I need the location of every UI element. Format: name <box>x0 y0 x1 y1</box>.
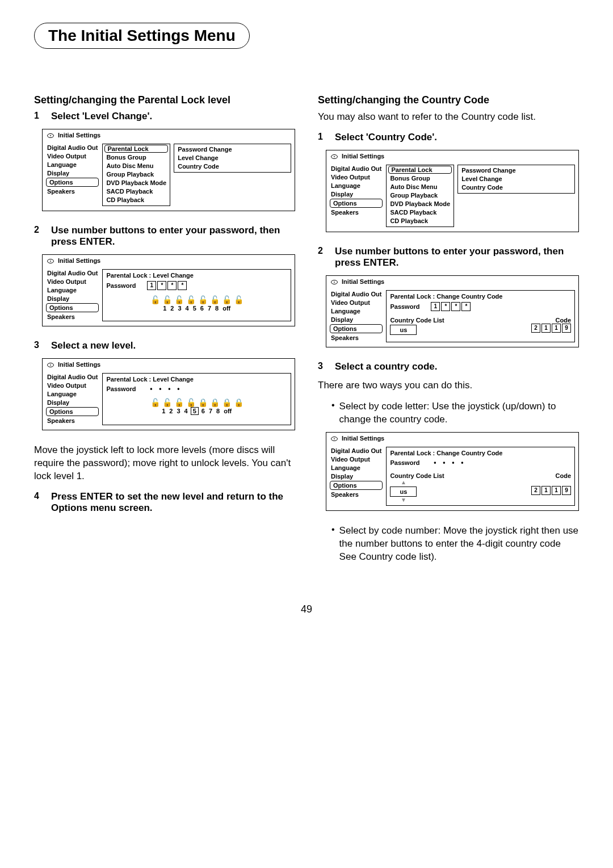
osd-header: Initial Settings <box>43 359 295 371</box>
left-step3: 3 Select a new level. <box>34 340 295 351</box>
open-lock-icon: 🔓 <box>186 296 196 304</box>
osd-left-nav: Digital Audio Out Video Output Language … <box>330 447 383 506</box>
osd-breadcrumb: Parental Lock : Level Change <box>106 272 287 279</box>
right-step3: 3 Select a country code. <box>318 361 579 372</box>
disc-icon <box>331 435 338 442</box>
step-text: Use number buttons to enter your passwor… <box>335 246 579 269</box>
osd-left-nav: Digital Audio Out Video Output Language … <box>330 165 383 227</box>
osd-right-column: Password Change Level Change Country Cod… <box>457 165 575 194</box>
bullet-marker: • <box>331 400 335 426</box>
two-column-layout: Setting/changing the Parental Lock level… <box>34 94 579 569</box>
selected-level: 5 <box>191 407 199 415</box>
down-arrow-icon: ▼ <box>401 497 406 503</box>
password-dots: • • • • <box>431 459 466 467</box>
ccl-label: Country Code List <box>390 317 444 324</box>
osd-header: Initial Settings <box>326 150 578 162</box>
code-label: Code <box>556 472 572 479</box>
open-lock-icon: 🔓 <box>162 296 172 304</box>
osd-item-dvd-playback: DVD Playback Mode <box>105 179 167 187</box>
osd-cc-letter-select: Initial Settings Digital Audio Out Video… <box>326 432 579 511</box>
osd-cc-password: Initial Settings Digital Audio Out Video… <box>326 275 579 347</box>
step-text: Use number buttons to enter your passwor… <box>51 225 295 248</box>
osd-title: Initial Settings <box>58 361 100 368</box>
open-lock-icon: 🔓 <box>198 296 208 304</box>
osd-right-column: Password Change Level Change Country Cod… <box>174 144 291 173</box>
left-sec1-heading: Setting/changing the Parental Lock level <box>34 94 295 106</box>
step-text: Select a country code. <box>335 361 579 372</box>
svg-point-3 <box>50 261 51 262</box>
cc-numeric: 2 1 1 9 <box>531 324 571 333</box>
step-text: Select a new level. <box>51 340 295 351</box>
osd-item-sacd: SACD Playback <box>105 187 167 195</box>
level-numbers: 1 2 3 4 5 6 7 8 off <box>106 408 287 414</box>
step-number: 2 <box>34 225 44 248</box>
lock-icons-row: 🔓 🔓 🔓 🔓 🔒 🔒 🔒 🔒 <box>106 399 287 406</box>
osd-item-pw-change: Password Change <box>177 145 288 153</box>
osd-header: Initial Settings <box>43 129 295 141</box>
osd-left-nav: Digital Audio Out Video Output Language … <box>46 373 99 425</box>
osd-title: Initial Settings <box>58 257 100 264</box>
password-label: Password <box>390 459 419 466</box>
pw-digit-3: * <box>167 281 177 290</box>
disc-icon <box>331 279 338 286</box>
closed-lock-icon: 🔒 <box>234 399 243 406</box>
password-label: Password <box>106 385 136 392</box>
right-para1: You may also want to refer to the Countr… <box>318 111 579 124</box>
step-number: 1 <box>34 111 44 122</box>
open-lock-icon: 🔓 <box>150 399 160 406</box>
osd-header: Initial Settings <box>326 276 578 288</box>
disc-icon <box>47 132 54 139</box>
left-para1: Move the joystick left to lock more leve… <box>34 444 295 483</box>
pw-digit-4: * <box>178 281 187 290</box>
open-lock-icon: 🔓 <box>162 399 172 406</box>
osd-item-country-code: Country Code <box>177 162 288 170</box>
osd-item-group-playback: Group Playback <box>105 170 167 178</box>
osd-item-options: Options <box>46 178 99 187</box>
left-step1: 1 Select 'Level Change'. <box>34 111 295 122</box>
right-column: Setting/changing the Country Code You ma… <box>318 94 579 569</box>
password-label: Password <box>390 303 419 310</box>
up-arrow-icon: ▲ <box>401 479 406 485</box>
open-lock-icon: 🔓 <box>222 296 232 304</box>
osd-item-speakers: Speakers <box>46 187 99 195</box>
left-step4: 4 Press ENTER to set the new level and r… <box>34 491 295 514</box>
step-text: Select 'Level Change'. <box>51 111 295 122</box>
step-text: Select 'Country Code'. <box>335 132 579 143</box>
osd-content-pane: Parental Lock : Change Country Code Pass… <box>386 447 575 506</box>
open-lock-icon: 🔓 <box>174 296 184 304</box>
password-dots: • • • • <box>147 385 182 393</box>
code-label: Code <box>556 317 572 324</box>
closed-lock-icon: 🔒 <box>210 399 220 406</box>
osd-header: Initial Settings <box>326 433 578 445</box>
svg-point-11 <box>334 438 335 439</box>
svg-point-5 <box>50 364 51 366</box>
osd-level-change-menu: Initial Settings Digital Audio Out Video… <box>42 129 295 211</box>
osd-password-entry: Initial Settings Digital Audio Out Video… <box>42 254 295 326</box>
osd-title: Initial Settings <box>342 153 384 160</box>
osd-left-nav: Digital Audio Out Video Output Language … <box>46 144 99 206</box>
step-number: 3 <box>318 361 328 372</box>
left-step2: 2 Use number buttons to enter your passw… <box>34 225 295 248</box>
open-lock-icon: 🔓 <box>186 399 196 406</box>
osd-header: Initial Settings <box>43 255 295 267</box>
osd-title: Initial Settings <box>342 435 384 442</box>
step-number: 3 <box>34 340 44 351</box>
password-label: Password <box>106 282 136 289</box>
password-boxes: 1 * * * <box>431 302 471 311</box>
osd-country-code-menu: Initial Settings Digital Audio Out Video… <box>326 150 579 232</box>
bullet-text: Select by code number: Move the joystick… <box>339 525 579 564</box>
disc-icon <box>47 258 54 265</box>
right-step2: 2 Use number buttons to enter your passw… <box>318 246 579 269</box>
cc-letter: us <box>390 487 417 497</box>
ccl-label: Country Code List <box>390 472 444 479</box>
page-number: 49 <box>34 603 579 615</box>
osd-content-pane: Parental Lock : Level Change Password • … <box>102 373 291 425</box>
osd-item-bonus-group: Bonus Group <box>105 153 167 161</box>
cc-letter: us <box>390 325 417 335</box>
level-numbers: 1 2 3 4 5 6 7 8 off <box>106 305 287 312</box>
open-lock-icon: 🔓 <box>174 399 184 406</box>
pw-digit-2: * <box>157 281 166 290</box>
osd-content-pane: Parental Lock : Change Country Code Pass… <box>386 290 575 342</box>
step-text: Press ENTER to set the new level and ret… <box>51 491 295 514</box>
bullet2: • Select by code number: Move the joysti… <box>331 525 579 564</box>
